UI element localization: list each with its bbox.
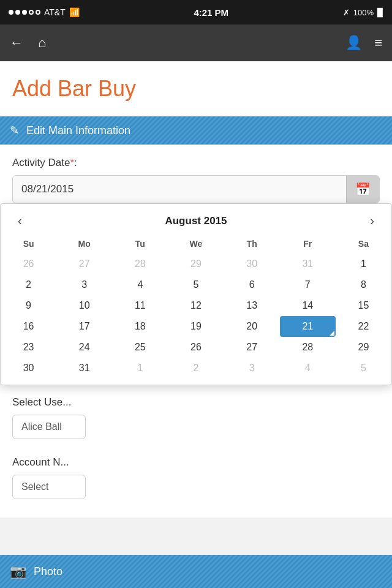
calendar-day-cell[interactable]: 24 bbox=[56, 337, 112, 358]
calendar-day-cell[interactable]: 31 bbox=[280, 254, 336, 274]
dot-2 bbox=[15, 10, 20, 15]
calendar-body: 2627282930311234567891011121314151617181… bbox=[1, 254, 391, 379]
account-select-button[interactable]: Select bbox=[12, 475, 86, 499]
calendar-day-cell[interactable]: 6 bbox=[224, 274, 280, 295]
date-input[interactable] bbox=[13, 176, 346, 203]
status-time: 4:21 PM bbox=[194, 7, 228, 18]
battery-icon: ▉ bbox=[377, 8, 383, 17]
carrier-label: AT&T bbox=[44, 7, 66, 17]
account-label: Account N... bbox=[12, 456, 380, 469]
calendar-day-cell[interactable]: 18 bbox=[112, 316, 168, 337]
calendar-day-header: Sa bbox=[336, 235, 391, 254]
calendar-day-cell[interactable]: 29 bbox=[168, 254, 224, 274]
calendar-week-row: 16171819202122 bbox=[1, 316, 391, 337]
calendar-day-cell[interactable]: 25 bbox=[112, 337, 168, 358]
status-bar: AT&T 📶 4:21 PM ✗ 100% ▉ bbox=[0, 0, 392, 24]
calendar-day-cell[interactable]: 28 bbox=[280, 337, 336, 358]
dot-4 bbox=[29, 10, 34, 15]
calendar-day-cell[interactable]: 9 bbox=[1, 295, 56, 316]
calendar-day-cell[interactable]: 28 bbox=[112, 254, 168, 274]
page-title: Add Bar Buy bbox=[12, 76, 380, 102]
calendar-day-header: Fr bbox=[280, 235, 336, 254]
calendar-button[interactable]: 📅 bbox=[346, 176, 379, 203]
calendar-day-cell[interactable]: 27 bbox=[56, 254, 112, 274]
calendar-day-cell[interactable]: 26 bbox=[168, 337, 224, 358]
calendar-day-cell[interactable]: 15 bbox=[336, 295, 391, 316]
calendar-day-cell[interactable]: 7 bbox=[280, 274, 336, 295]
calendar-day-header: Su bbox=[1, 235, 56, 254]
page-content: Add Bar Buy ✎ Edit Main Information Acti… bbox=[0, 61, 392, 518]
calendar-day-cell[interactable]: 29 bbox=[336, 337, 391, 358]
calendar-day-cell[interactable]: 4 bbox=[280, 358, 336, 379]
pencil-icon: ✎ bbox=[10, 124, 19, 137]
dot-5 bbox=[36, 10, 40, 15]
calendar-day-cell[interactable]: 14 bbox=[280, 295, 336, 316]
back-button[interactable]: ← bbox=[10, 35, 23, 51]
calendar-day-cell[interactable]: 16 bbox=[1, 316, 56, 337]
account-section: Account N... Select bbox=[12, 445, 380, 505]
calendar-day-header: Mo bbox=[56, 235, 112, 254]
calendar-day-cell[interactable]: 30 bbox=[1, 358, 56, 379]
calendar-day-cell[interactable]: 19 bbox=[168, 316, 224, 337]
calendar-day-cell[interactable]: 30 bbox=[224, 254, 280, 274]
nav-left: ← ⌂ bbox=[10, 35, 46, 51]
calendar-week-row: 303112345 bbox=[1, 358, 391, 379]
calendar-day-header: Tu bbox=[112, 235, 168, 254]
date-input-row: 📅 bbox=[12, 175, 380, 203]
form-section: Activity Date*: 📅 ‹ August 2015 › SuMoTu… bbox=[12, 145, 380, 518]
bluetooth-icon: ✗ bbox=[343, 8, 350, 17]
calendar-day-cell[interactable]: 10 bbox=[56, 295, 112, 316]
calendar-day-cell[interactable]: 20 bbox=[224, 316, 280, 337]
section-header: ✎ Edit Main Information bbox=[0, 116, 392, 145]
calendar-day-cell[interactable]: 12 bbox=[168, 295, 224, 316]
status-right: ✗ 100% ▉ bbox=[343, 8, 383, 17]
calendar-day-cell[interactable]: 3 bbox=[56, 274, 112, 295]
user-icon[interactable]: 👤 bbox=[345, 35, 362, 51]
calendar-day-cell[interactable]: 5 bbox=[336, 358, 391, 379]
calendar-day-cell[interactable]: 23 bbox=[1, 337, 56, 358]
calendar-day-header: Th bbox=[224, 235, 280, 254]
activity-date-label: Activity Date*: bbox=[12, 157, 380, 169]
calendar-day-cell[interactable]: 8 bbox=[336, 274, 391, 295]
status-left: AT&T 📶 bbox=[9, 7, 80, 17]
section-title: Edit Main Information bbox=[26, 124, 130, 137]
calendar-day-cell[interactable]: 1 bbox=[336, 254, 391, 274]
calendar-day-cell[interactable]: 22 bbox=[336, 316, 391, 337]
calendar-month-label: August 2015 bbox=[165, 215, 227, 227]
calendar-week-row: 23242526272829 bbox=[1, 337, 391, 358]
calendar-grid: SuMoTuWeThFrSa 2627282930311234567891011… bbox=[1, 235, 391, 379]
user-select-button[interactable]: Alice Ball bbox=[12, 415, 86, 439]
select-user-section: Select Use... Alice Ball bbox=[12, 385, 380, 445]
calendar-day-cell[interactable]: 5 bbox=[168, 274, 224, 295]
calendar-next-button[interactable]: › bbox=[365, 213, 379, 229]
calendar-header-row: SuMoTuWeThFrSa bbox=[1, 235, 391, 254]
calendar-day-cell[interactable]: 26 bbox=[1, 254, 56, 274]
select-user-label: Select Use... bbox=[12, 396, 380, 409]
nav-right: 👤 ≡ bbox=[345, 35, 382, 51]
wifi-icon: 📶 bbox=[69, 7, 80, 17]
calendar-day-cell[interactable]: 2 bbox=[1, 274, 56, 295]
calendar-icon: 📅 bbox=[355, 182, 371, 197]
calendar-week-row: 2345678 bbox=[1, 274, 391, 295]
calendar-prev-button[interactable]: ‹ bbox=[13, 213, 27, 229]
calendar-header: ‹ August 2015 › bbox=[1, 204, 391, 235]
calendar-day-cell[interactable]: 3 bbox=[224, 358, 280, 379]
calendar-day-cell[interactable]: 31 bbox=[56, 358, 112, 379]
nav-bar: ← ⌂ 👤 ≡ bbox=[0, 24, 392, 61]
calendar-day-header: We bbox=[168, 235, 224, 254]
calendar-week-row: 9101112131415 bbox=[1, 295, 391, 316]
dot-3 bbox=[22, 10, 27, 15]
home-button[interactable]: ⌂ bbox=[38, 35, 46, 51]
calendar-day-cell[interactable]: 2 bbox=[168, 358, 224, 379]
calendar-day-cell[interactable]: 1 bbox=[112, 358, 168, 379]
calendar-day-cell[interactable]: 21 bbox=[280, 316, 336, 337]
calendar-day-cell[interactable]: 17 bbox=[56, 316, 112, 337]
calendar-day-cell[interactable]: 13 bbox=[224, 295, 280, 316]
calendar-week-row: 2627282930311 bbox=[1, 254, 391, 274]
calendar-day-cell[interactable]: 27 bbox=[224, 337, 280, 358]
calendar-day-cell[interactable]: 11 bbox=[112, 295, 168, 316]
menu-icon[interactable]: ≡ bbox=[374, 35, 382, 51]
dot-1 bbox=[9, 10, 13, 15]
battery-label: 100% bbox=[353, 8, 374, 17]
calendar-day-cell[interactable]: 4 bbox=[112, 274, 168, 295]
